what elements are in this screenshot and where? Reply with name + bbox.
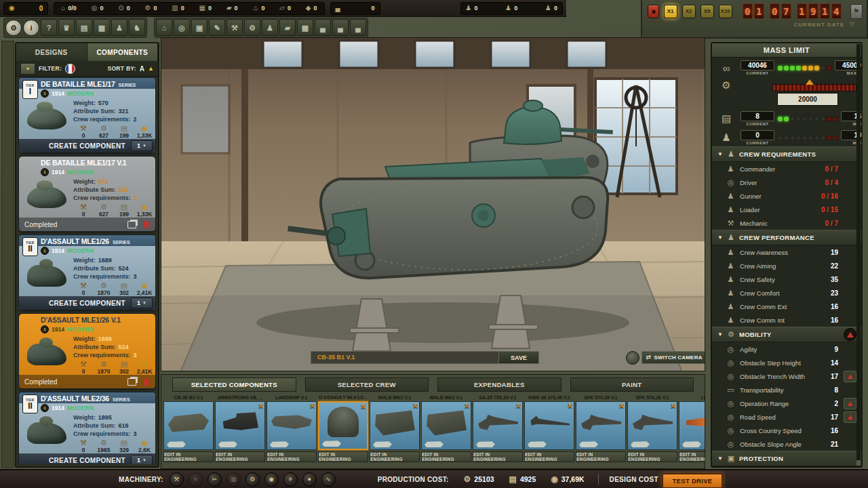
scroll-down-button[interactable] [856, 460, 861, 466]
component-card[interactable]: TIER II D'ASSAULT MLE2/36 SERIES 1 1914 … [18, 392, 156, 464]
edit-in-engineering-button[interactable]: EDIT IN ENGINEERING [421, 451, 471, 462]
edit-in-engineering-button[interactable]: EDIT IN ENGINEERING [370, 451, 420, 462]
create-component-button[interactable]: CREATE COMPONENT 1 ▼ [19, 296, 155, 310]
component-preview[interactable]: × [627, 401, 677, 450]
selected-component-card[interactable]: SA-35 75/L20 V.1 × EDIT IN ENGINEERING [473, 393, 523, 462]
selected-component-card[interactable]: SFK 57/L26 V.1 × EDIT IN ENGINEERING [627, 393, 677, 462]
selected-component-card[interactable]: KWK 36 37/L45 V.1 × EDIT IN ENGINEERING [524, 393, 574, 462]
france-flag-icon[interactable] [65, 64, 75, 74]
tank-designs-icon[interactable]: ▄ [315, 20, 331, 36]
remove-component-icon[interactable]: × [361, 402, 366, 411]
edit-in-engineering-button[interactable]: EDIT IN ENGINEERING [473, 451, 523, 462]
camera-mode-icon[interactable] [626, 351, 639, 365]
workshop-icon[interactable]: ⚒ [226, 20, 243, 36]
component-preview[interactable]: × [679, 401, 705, 450]
selected-component-card[interactable]: ARMSTRONG V8, ... × EDIT IN ENGINEERING [215, 393, 265, 462]
selected-component-card[interactable]: SFK 57/L26 V.1 × EDIT IN ENGINEERING [576, 393, 626, 462]
warning-icon[interactable] [844, 398, 856, 409]
collapse-icon[interactable]: ▼ [717, 331, 723, 338]
collapse-icon[interactable]: ▼ [717, 151, 723, 157]
remove-component-icon[interactable]: × [516, 401, 521, 411]
remove-component-icon[interactable]: × [671, 401, 675, 411]
speed-x2-button[interactable]: X2 [682, 5, 696, 18]
edit-in-engineering-button[interactable]: EDIT IN ENGINEERING [215, 451, 265, 462]
selected-component-card[interactable]: D'ASSAULT MLE1/2... × EDIT IN ENGINEERIN… [318, 393, 368, 462]
tab-paint[interactable]: PAINT [570, 378, 694, 392]
edit-in-engineering-button[interactable]: EDIT IN ENGINEERING [267, 451, 317, 462]
delete-icon[interactable] [143, 378, 150, 386]
target-weight-input[interactable] [777, 93, 838, 106]
quantity-dropdown[interactable]: 1 ▼ [131, 455, 153, 464]
remove-component-icon[interactable]: × [465, 401, 469, 411]
selected-component-card[interactable]: LE × EDIT IN ENGINEERING [679, 393, 705, 462]
contracts-icon[interactable]: ▣ [191, 20, 208, 36]
sort-alpha-button[interactable]: A [140, 65, 144, 73]
create-component-button[interactable]: CREATE COMPONENT 1 ▼ [19, 139, 155, 152]
duplicate-icon[interactable] [127, 378, 136, 386]
newspaper-icon[interactable]: ▤ [76, 20, 92, 36]
tab-expendables[interactable]: EXPENDABLES [437, 378, 561, 392]
edit-in-engineering-button[interactable]: EDIT IN ENGINEERING [576, 451, 626, 462]
warning-icon[interactable] [844, 371, 856, 382]
speed-x10-button[interactable]: X10 [719, 5, 732, 18]
military-icon[interactable]: ♞ [129, 20, 145, 36]
tab-selected-crew[interactable]: SELECTED CREW [305, 378, 429, 392]
duplicate-icon[interactable] [127, 221, 136, 228]
remove-component-icon[interactable]: × [568, 401, 572, 411]
edit-in-engineering-button[interactable]: EDIT IN ENGINEERING [679, 451, 705, 462]
collapse-icon[interactable]: ▼ [717, 235, 723, 241]
edit-in-engineering-button[interactable]: EDIT IN ENGINEERING [524, 451, 574, 462]
tank-3d-viewport[interactable]: CB-35 B1 V.1 SAVE ⇄ SWITCH CAMERA [161, 37, 705, 371]
remove-component-icon[interactable]: × [413, 401, 418, 411]
edit-in-engineering-button[interactable]: EDIT IN ENGINEERING [163, 451, 214, 462]
info-icon[interactable]: i [23, 20, 39, 36]
maintenance-icon[interactable]: ⚙ [244, 20, 260, 36]
component-card[interactable]: TIER I DE BATAILLE MLE1/17 SERIES 1 1914… [18, 77, 156, 153]
save-button[interactable]: SAVE [498, 351, 539, 364]
slider-marker[interactable] [806, 79, 814, 85]
edit-in-engineering-button[interactable]: EDIT IN ENGINEERING [318, 451, 368, 462]
tab-components[interactable]: COMPONENTS [87, 43, 159, 61]
component-preview[interactable]: × [524, 401, 574, 450]
mobility-warning-icon[interactable] [844, 328, 856, 341]
speed-x5-button[interactable]: X5 [701, 5, 714, 18]
settings-gear-icon[interactable]: ⚙ [5, 20, 22, 36]
warning-icon[interactable] [844, 411, 856, 423]
speed-x1-button[interactable]: X1 [664, 5, 677, 18]
component-card[interactable]: TIER DE BATAILLE MLE1/17 V.1 1 1914 MODE… [18, 156, 156, 232]
selected-component-card[interactable]: LANDSHIP V.1 × EDIT IN ENGINEERING [267, 393, 317, 462]
stats-scrollbar[interactable] [856, 44, 861, 466]
ledger-icon[interactable]: ▦ [94, 20, 110, 36]
report-flag-icon[interactable]: ⚑ [850, 4, 863, 19]
tab-selected-components[interactable]: SELECTED COMPONENTS [172, 378, 296, 392]
selected-component-card[interactable]: CB-35 B1 V.1 × EDIT IN ENGINEERING [163, 393, 214, 462]
help-icon[interactable]: ? [41, 20, 57, 36]
switch-camera-button[interactable]: ⇄ SWITCH CAMERA [642, 351, 705, 364]
target-weight-slider[interactable] [772, 84, 856, 92]
edit-in-engineering-button[interactable]: EDIT IN ENGINEERING [627, 451, 677, 462]
world-map-icon[interactable]: ◎ [174, 20, 190, 36]
component-card[interactable]: TIER II D'ASSAULT MLE1/26 SERIES 1 1914 … [18, 235, 156, 310]
achievements-icon[interactable]: ♛ [58, 20, 75, 36]
sort-direction-button[interactable]: ▲ [148, 65, 154, 72]
component-preview[interactable]: × [576, 401, 626, 450]
component-preview[interactable]: × [318, 401, 368, 450]
vehicle-name-bar[interactable]: CB-35 B1 V.1 [311, 351, 502, 364]
tab-designs[interactable]: DESIGNS [16, 43, 87, 61]
staff-icon[interactable]: ♟ [262, 20, 278, 36]
remove-component-icon[interactable]: × [310, 401, 315, 411]
personnel-icon[interactable]: ♟ [111, 20, 127, 36]
quantity-dropdown[interactable]: 1 ▼ [131, 298, 153, 308]
create-component-button[interactable]: CREATE COMPONENT 1 ▼ [19, 453, 155, 464]
quantity-dropdown[interactable]: 1 ▼ [131, 140, 153, 151]
design-bureau-icon[interactable]: ✎ [209, 20, 225, 36]
component-preview[interactable]: × [163, 401, 214, 450]
filter-dropdown-button[interactable]: ▼ [20, 63, 35, 75]
delete-icon[interactable] [143, 220, 150, 228]
remove-component-icon[interactable]: × [619, 401, 624, 411]
tank-upgrades-icon[interactable]: ▄ [332, 20, 349, 36]
component-preview[interactable]: × [215, 401, 265, 450]
collapse-icon[interactable]: ▼ [717, 455, 723, 462]
component-preview[interactable]: × [421, 401, 471, 450]
factory-icon[interactable]: ⌂ [156, 20, 172, 36]
